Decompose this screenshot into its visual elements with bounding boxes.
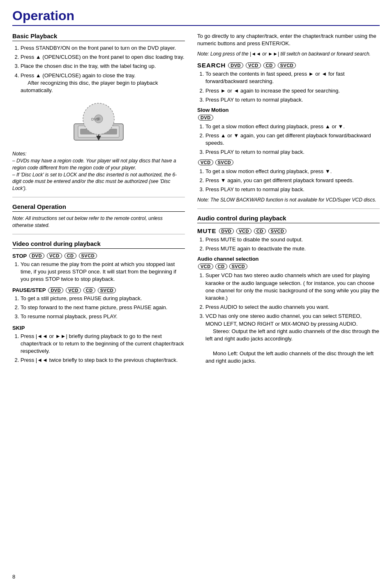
page: Operation Basic Playback Press STANDBY/O…	[0, 0, 392, 588]
note-long-press: Note: Long press of the |◄◄ or ►►| till …	[197, 51, 380, 58]
badge-vcd: VCD	[246, 63, 261, 68]
notes-label: Notes:	[12, 151, 27, 157]
badge-cd: CD	[263, 63, 275, 68]
badge-dvd: DVD	[228, 63, 243, 68]
notes-title: Notes: – DVDs may have a region code. Yo…	[12, 150, 185, 192]
list-item: To get a slow motion effect during playb…	[205, 123, 380, 130]
badge-dvd: DVD	[48, 287, 63, 293]
mute-text: MUTE	[197, 227, 217, 234]
list-item: Press ▲ or ▼ again, you can get differen…	[205, 132, 380, 147]
badge-dvd: DVD	[198, 115, 213, 120]
stop-steps: You can resume the play from the point a…	[12, 261, 185, 283]
list-item: Press |◄◄ twice briefly to step back to …	[21, 357, 185, 364]
list-item: Press ▲ (OPEN/CLOSE) on the front panel …	[21, 53, 185, 61]
badge-svcd: SVCD	[79, 253, 97, 259]
disc-image: DVD	[12, 99, 185, 146]
badge-dvd: DVD	[29, 253, 44, 259]
list-item: VCD has only one stereo audio channel, y…	[205, 313, 380, 365]
list-item: Press ► or ◄ again to increase the speed…	[205, 87, 380, 95]
page-number: 8	[12, 574, 15, 580]
mute-label: MUTE DVD VCD CD SVCD	[197, 227, 380, 234]
list-item: Press MUTE again to deactivate the mute.	[205, 245, 380, 252]
list-item: Place the chosen disc in the tray, with …	[21, 63, 185, 70]
badge-vcd: VCD	[198, 264, 213, 269]
divider	[197, 208, 380, 209]
badge-svcd: SVCD	[215, 160, 234, 165]
list-item: Press ▲ (OPEN/CLOSE) again to close the …	[21, 72, 185, 95]
dvd-badge-row: DVD	[197, 115, 380, 120]
stop-label: STOP DVD VCD CD SVCD	[12, 253, 185, 259]
list-item: Press |◄◄ or ►►| briefly during playback…	[21, 333, 185, 355]
list-item: To step forward to the next frame pictur…	[21, 304, 185, 311]
note-line-2: – If 'Disc Lock' is set to LOCK and the …	[12, 172, 177, 192]
list-item: Press PLAY to return to normal play back…	[205, 148, 380, 156]
note-line-1: – DVDs may have a region code. Your play…	[12, 158, 176, 171]
badge-vcd: VCD	[47, 253, 62, 259]
pause-step-label: PAUSE/STEP DVD VCD CD SVCD	[12, 287, 185, 293]
audio-channel-text: Audio channel selection	[197, 256, 259, 262]
badge-cd: CD	[65, 253, 76, 259]
audio-channel-title: Audio channel selection	[197, 256, 380, 262]
skip-label: SKIP	[12, 325, 185, 331]
pause-text: PAUSE/STEP	[12, 287, 46, 293]
badge-cd: CD	[215, 264, 227, 269]
slow-motion-title: Slow Motion	[197, 107, 380, 113]
general-operation-note: Note: All instructions set out below ref…	[12, 215, 185, 229]
left-column: Basic Playback Press STANDBY/ON on the f…	[12, 32, 185, 368]
pause-steps: To get a still picture, press PAUSE duri…	[12, 295, 185, 321]
right-column: To go directly to any chapter/track, ent…	[197, 32, 380, 368]
basic-playback-title: Basic Playback	[12, 32, 185, 41]
step3-text: To go directly to any chapter/track, ent…	[197, 32, 380, 47]
list-item: Press PLAY to return to normal playback.	[205, 96, 380, 104]
slow-motion-dvd-steps: To get a slow motion effect during playb…	[197, 123, 380, 156]
svg-text:DVD: DVD	[91, 117, 99, 121]
slow-motion-vcd-steps: To get a slow motion effect during playb…	[197, 168, 380, 194]
list-item: Press MUTE to disable the sound output.	[205, 236, 380, 243]
list-item: You can resume the play from the point a…	[21, 261, 185, 283]
list-item: To get a still picture, press PAUSE duri…	[21, 295, 185, 302]
list-item: Press ▼ again, you can get different pla…	[205, 177, 380, 184]
audio-channel-steps: Super VCD has two stereo audio channels …	[197, 272, 380, 365]
audio-channel-badge-row: VCD CD SVCD	[197, 264, 380, 269]
badge-svcd: SVCD	[229, 264, 248, 269]
page-title: Operation	[12, 8, 380, 26]
skip-steps: Press |◄◄ or ►►| briefly during playback…	[12, 333, 185, 364]
search-text: SEARCH	[197, 62, 226, 69]
search-steps: To search the contents in fast speed, pr…	[197, 70, 380, 104]
search-label: SEARCH DVD VCD CD SVCD	[197, 62, 380, 69]
list-item: Super VCD has two stereo audio channels …	[205, 272, 380, 302]
divider	[12, 234, 185, 234]
list-item: Press STANDBY/ON on the front panel to t…	[21, 44, 185, 52]
badge-cd: CD	[254, 228, 266, 234]
list-item: Press AUDIO to select the audio channels…	[205, 303, 380, 311]
list-item: Press PLAY to return to normal play back…	[205, 186, 380, 193]
badge-svcd: SVCD	[268, 228, 287, 234]
list-item: To resume normal playback, press PLAY.	[21, 313, 185, 320]
general-operation-title: General Operation	[12, 203, 185, 212]
badge-cd: CD	[83, 287, 95, 293]
badge-dvd: DVD	[219, 228, 234, 234]
slow-motion-text: Slow Motion	[197, 107, 229, 113]
badge-vcd: VCD	[236, 228, 251, 234]
list-item: To get a slow motion effect during playb…	[205, 168, 380, 175]
video-control-title: Video control during playback	[12, 240, 185, 249]
divider	[12, 197, 185, 197]
basic-playback-steps: Press STANDBY/ON on the front panel to t…	[12, 44, 185, 94]
mute-steps: Press MUTE to disable the sound output. …	[197, 236, 380, 252]
stop-text: STOP	[12, 253, 27, 259]
badge-vcd: VCD	[66, 287, 81, 293]
audio-control-title: Audio control during playback	[197, 215, 380, 223]
badge-svcd: SVCD	[278, 63, 296, 68]
vcd-svcd-badge-row: VCD SVCD	[197, 160, 380, 165]
badge-svcd: SVCD	[98, 287, 116, 293]
slow-motion-note: Note: The SLOW BACKWARD function is not …	[197, 197, 380, 204]
list-item: To search the contents in fast speed, pr…	[205, 70, 380, 85]
badge-vcd: VCD	[198, 160, 213, 165]
